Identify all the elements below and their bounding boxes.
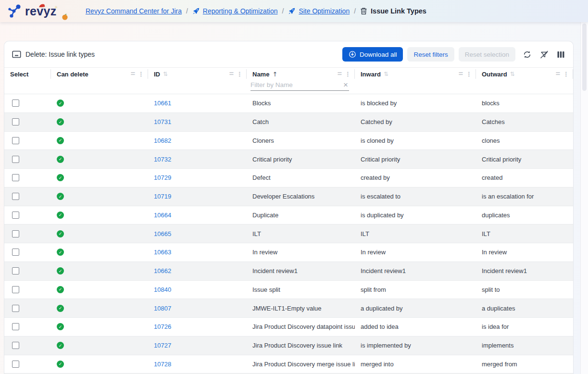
name-cell: Blocks [247, 94, 355, 112]
sort-icon[interactable]: ⇅ [163, 71, 168, 77]
breadcrumb-link-site-optimization[interactable]: Site Optimization [288, 7, 350, 15]
row-select-checkbox[interactable] [12, 156, 19, 163]
column-options-icon[interactable]: ⋮ [237, 71, 243, 77]
column-header-can-delete[interactable]: Can delete = ⋮ [51, 68, 148, 80]
clear-filters-button[interactable] [539, 50, 550, 60]
download-all-button[interactable]: Download all [342, 47, 403, 62]
column-header-select: Select [4, 68, 51, 80]
outward-cell: created [476, 169, 573, 187]
table-row: ✓10807JMWE-ILT1-Empty valuea duplicated … [4, 299, 573, 317]
outward-cell: blocks [476, 94, 573, 112]
page-scrollbar[interactable] [580, 22, 588, 374]
name-filter-input[interactable] [250, 80, 340, 90]
row-select-checkbox[interactable] [12, 342, 19, 349]
breadcrumb-separator: / [354, 7, 356, 15]
inward-cell: added to idea [355, 318, 476, 336]
inward-cell: In review [355, 243, 476, 262]
can-delete-check-icon: ✓ [57, 305, 64, 312]
column-menu-icon[interactable]: = [229, 70, 234, 78]
name-cell: In review [247, 243, 355, 262]
can-delete-cell: ✓ [51, 262, 148, 280]
can-delete-cell: ✓ [51, 224, 148, 243]
table-row: ✓10665ILTILTILT [4, 224, 573, 243]
inward-cell: is blocked by [355, 94, 476, 112]
row-select-checkbox[interactable] [12, 137, 19, 144]
issue-link-type-id-link[interactable]: 10731 [154, 118, 171, 125]
top-navbar: revyz ✦ Revyz Command Center for Jira / … [0, 0, 588, 22]
column-menu-icon[interactable]: = [459, 70, 463, 78]
issue-link-type-id-link[interactable]: 10840 [154, 286, 171, 293]
column-header-name[interactable]: Name ↑ = ⋮ [247, 68, 355, 80]
outward-cell: is an escalation for [476, 187, 573, 206]
columns-icon [557, 51, 564, 58]
breadcrumb-link-reporting-optimization[interactable]: Reporting & Optimization [192, 7, 278, 15]
column-menu-icon[interactable]: = [131, 70, 135, 78]
trash-icon [360, 7, 367, 15]
issue-link-type-id-link[interactable]: 10662 [154, 267, 171, 274]
row-select-checkbox[interactable] [12, 174, 19, 181]
can-delete-cell: ✓ [51, 243, 148, 262]
column-options-icon[interactable]: ⋮ [466, 71, 472, 77]
name-cell: Issue split [247, 281, 355, 299]
page-scrollbar-thumb[interactable] [582, 24, 587, 91]
row-select-checkbox[interactable] [12, 212, 19, 219]
column-menu-icon[interactable]: = [556, 70, 560, 78]
row-select-checkbox[interactable] [12, 286, 19, 293]
row-select-checkbox[interactable] [12, 118, 19, 125]
row-select-checkbox[interactable] [12, 249, 19, 256]
outward-cell: merged from [476, 355, 573, 374]
issue-link-type-id-link[interactable]: 10665 [154, 230, 171, 237]
column-header-outward[interactable]: Outward ⇅ = ⋮ [476, 68, 573, 80]
column-options-icon[interactable]: ⋮ [563, 71, 569, 77]
can-delete-check-icon: ✓ [57, 230, 64, 237]
outward-cell: clones [476, 132, 573, 150]
issue-link-type-id-link[interactable]: 10727 [154, 342, 171, 349]
reset-filters-button[interactable]: Reset filters [407, 47, 454, 62]
column-menu-icon[interactable]: = [338, 70, 342, 78]
column-options-icon[interactable]: ⋮ [345, 71, 351, 77]
breadcrumb-link-command-center[interactable]: Revyz Command Center for Jira [86, 7, 182, 15]
column-header-inward[interactable]: Inward ⇅ = ⋮ [355, 68, 476, 80]
refresh-button[interactable] [522, 50, 532, 60]
issue-link-type-id-link[interactable]: 10807 [154, 305, 171, 312]
issue-link-type-id-link[interactable]: 10732 [154, 156, 171, 163]
column-settings-button[interactable] [556, 50, 565, 59]
row-select-checkbox[interactable] [12, 305, 19, 312]
issue-link-type-id-link[interactable]: 10729 [154, 174, 171, 181]
card-title: Delete: Issue link types [12, 50, 95, 59]
sort-ascending-icon[interactable]: ↑ [272, 71, 277, 78]
issue-link-type-id-link[interactable]: 10663 [154, 249, 171, 256]
table-row: ✓10662Incident review1Incident review1In… [4, 262, 573, 280]
can-delete-check-icon: ✓ [57, 193, 64, 200]
can-delete-check-icon: ✓ [57, 118, 64, 125]
name-filter: × [250, 80, 349, 91]
row-select-checkbox[interactable] [12, 323, 19, 330]
issue-link-type-id-link[interactable]: 10661 [154, 100, 171, 107]
name-cell: Catch [247, 113, 355, 131]
row-select-checkbox[interactable] [12, 100, 19, 107]
sort-icon[interactable]: ⇅ [510, 71, 515, 77]
name-cell: Jira Product Discovery issue link [247, 337, 355, 355]
issue-link-type-id-link[interactable]: 10682 [154, 137, 171, 144]
reset-selection-button[interactable]: Reset selection [459, 47, 515, 62]
inward-cell: merged into [355, 355, 476, 374]
row-select-checkbox[interactable] [12, 361, 19, 368]
outward-cell: split to [476, 281, 573, 299]
issue-link-type-id-link[interactable]: 10719 [154, 193, 171, 200]
column-header-id[interactable]: ID ⇅ = ⋮ [148, 68, 247, 80]
name-cell: ILT [247, 224, 355, 243]
row-select-checkbox[interactable] [12, 230, 19, 237]
table-row: ✓10682Clonersis cloned byclones [4, 131, 573, 150]
clear-filter-icon[interactable]: × [340, 81, 349, 90]
issue-link-type-id-link[interactable]: 10726 [154, 323, 171, 330]
inward-cell: is implemented by [355, 337, 476, 355]
sort-icon[interactable]: ⇅ [384, 71, 388, 77]
row-select-checkbox[interactable] [12, 193, 19, 200]
issue-link-type-id-link[interactable]: 10664 [154, 212, 171, 219]
column-options-icon[interactable]: ⋮ [138, 71, 144, 77]
outward-cell: Critical priority [476, 150, 573, 168]
issue-link-type-id-link[interactable]: 10728 [154, 361, 171, 368]
row-select-checkbox[interactable] [12, 267, 19, 274]
table-row: ✓10732Critical priorityCritical priority… [4, 150, 573, 168]
outward-cell: implements [476, 337, 573, 355]
